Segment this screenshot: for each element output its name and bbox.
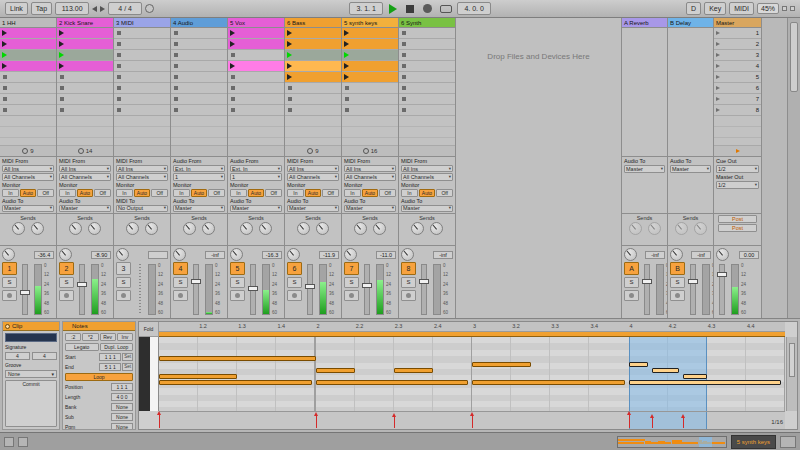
arm-button[interactable] bbox=[173, 290, 188, 301]
send-a-knob[interactable] bbox=[183, 222, 196, 235]
stop-all-clips-icon[interactable] bbox=[736, 149, 740, 153]
clip-slot-empty[interactable] bbox=[228, 50, 284, 61]
velocity-marker[interactable] bbox=[394, 417, 395, 428]
piano-keyboard[interactable] bbox=[139, 337, 159, 411]
output-select[interactable]: Master▾ bbox=[670, 165, 711, 173]
track-activator[interactable]: 3 bbox=[116, 262, 131, 275]
fader-handle[interactable] bbox=[717, 272, 727, 277]
midi-note[interactable] bbox=[472, 362, 531, 367]
pan-knob[interactable] bbox=[670, 248, 683, 261]
clip-stop-icon[interactable] bbox=[402, 97, 406, 101]
track-header[interactable]: 4 Audio bbox=[171, 18, 227, 28]
play-button[interactable] bbox=[389, 4, 397, 14]
clip-slot-empty[interactable] bbox=[171, 72, 227, 83]
clip-stop-icon[interactable] bbox=[3, 108, 7, 112]
arm-button[interactable] bbox=[401, 290, 416, 301]
stop-button[interactable] bbox=[406, 5, 414, 13]
groove-select[interactable]: None▾ bbox=[5, 370, 57, 378]
send-a-knob[interactable] bbox=[675, 222, 688, 235]
clip-launch-icon[interactable] bbox=[230, 30, 235, 36]
fader-handle[interactable] bbox=[20, 290, 30, 295]
device-drop-area[interactable]: Drop Files and Devices Here bbox=[456, 18, 622, 318]
clip-slot[interactable] bbox=[342, 28, 398, 39]
clip-launch-icon[interactable] bbox=[230, 63, 235, 69]
pre-post-toggle[interactable]: Post bbox=[718, 215, 757, 223]
clip-playing-icon[interactable] bbox=[287, 52, 292, 58]
fader-handle[interactable] bbox=[688, 279, 698, 284]
output-select[interactable]: Master▾ bbox=[344, 205, 396, 212]
clip-stop-icon[interactable] bbox=[402, 108, 406, 112]
volume-fader[interactable]: 01224364860 bbox=[76, 262, 111, 317]
input-type-select[interactable]: All Ins▾ bbox=[287, 165, 339, 172]
clip-launch-icon[interactable] bbox=[287, 63, 292, 69]
clip-slot-empty[interactable] bbox=[57, 94, 113, 105]
clip-slot-empty[interactable] bbox=[285, 94, 341, 105]
fader-handle[interactable] bbox=[305, 284, 315, 289]
clip-stop-icon[interactable] bbox=[231, 75, 235, 79]
clip-slot-empty[interactable] bbox=[171, 61, 227, 72]
note-grid[interactable] bbox=[159, 337, 785, 411]
volume-value[interactable]: -36.4 bbox=[34, 251, 54, 259]
clip-stop-icon[interactable] bbox=[174, 97, 178, 101]
clip-launch-icon[interactable] bbox=[59, 63, 64, 69]
link-button[interactable]: Link bbox=[5, 2, 28, 15]
clip-stop-icon[interactable] bbox=[117, 97, 121, 101]
fader-handle[interactable] bbox=[419, 279, 429, 284]
pan-knob[interactable] bbox=[59, 248, 72, 261]
send-b-knob[interactable] bbox=[145, 222, 158, 235]
return-track-header[interactable]: B Delay bbox=[668, 18, 713, 28]
clip-stop-icon[interactable] bbox=[60, 97, 64, 101]
midi-note[interactable] bbox=[159, 374, 237, 379]
clip-slot[interactable] bbox=[57, 61, 113, 72]
volume-value[interactable]: -inf bbox=[433, 251, 453, 259]
track-activator[interactable]: 8 bbox=[401, 262, 416, 275]
clip-slot-empty[interactable] bbox=[0, 105, 56, 116]
scene-launch-icon[interactable] bbox=[716, 64, 720, 68]
clip-stop-icon[interactable] bbox=[174, 53, 178, 57]
note-editor-scroll-thumb[interactable] bbox=[789, 343, 795, 377]
clip-slot[interactable] bbox=[342, 39, 398, 50]
solo-button[interactable]: S bbox=[624, 277, 639, 288]
pan-knob[interactable] bbox=[230, 248, 243, 261]
send-b-knob[interactable] bbox=[430, 222, 443, 235]
send-a-knob[interactable] bbox=[126, 222, 139, 235]
volume-fader[interactable]: 01224364860 bbox=[247, 262, 282, 317]
clip-slot-empty[interactable] bbox=[114, 105, 170, 116]
pan-knob[interactable] bbox=[173, 248, 186, 261]
reverse-button[interactable]: Rev bbox=[100, 333, 116, 341]
clip-stop-icon[interactable] bbox=[117, 53, 121, 57]
volume-fader[interactable]: 01224364860 bbox=[190, 262, 225, 317]
volume-fader[interactable]: 01224364860 bbox=[361, 262, 396, 317]
clip-box-header[interactable]: Clip bbox=[3, 322, 59, 331]
track-header[interactable]: 5 synth keys bbox=[342, 18, 398, 28]
scene-launch-icon[interactable] bbox=[716, 97, 720, 101]
velocity-lane[interactable] bbox=[159, 411, 785, 429]
scene-launch-icon[interactable] bbox=[716, 75, 720, 79]
master-out-select[interactable]: 1/2▾ bbox=[716, 181, 759, 189]
output-select[interactable]: Master▾ bbox=[59, 205, 111, 212]
loop-button[interactable] bbox=[440, 5, 452, 13]
nudge-up-icon[interactable] bbox=[100, 6, 105, 12]
tap-tempo-button[interactable]: Tap bbox=[31, 2, 52, 15]
velocity-marker[interactable] bbox=[316, 416, 317, 428]
signature-numerator[interactable]: 4 bbox=[5, 352, 30, 360]
clip-slot[interactable] bbox=[0, 39, 56, 50]
clip-slot-empty[interactable] bbox=[342, 83, 398, 94]
scene-launch-slot[interactable]: 3 bbox=[714, 50, 761, 61]
track-activator[interactable]: A bbox=[624, 262, 639, 275]
end-set-button[interactable]: Set bbox=[122, 363, 133, 371]
volume-fader[interactable]: 01224364860 bbox=[641, 262, 665, 317]
solo-button[interactable]: S bbox=[670, 277, 685, 288]
clip-slot-empty[interactable] bbox=[171, 28, 227, 39]
output-select[interactable]: Master▾ bbox=[230, 205, 282, 212]
solo-button[interactable]: S bbox=[230, 277, 245, 288]
time-signature-field[interactable]: 4 / 4 bbox=[108, 2, 142, 15]
halve-time-button[interactable]: :2 bbox=[65, 333, 81, 341]
master-track-header[interactable]: Master bbox=[714, 18, 761, 28]
scrollbar-thumb[interactable] bbox=[790, 22, 798, 92]
fader-handle[interactable] bbox=[248, 286, 258, 291]
clip-stop-icon[interactable] bbox=[3, 97, 7, 101]
midi-note[interactable] bbox=[316, 368, 355, 373]
clip-stop-icon[interactable] bbox=[402, 42, 406, 46]
clip-slot-empty[interactable] bbox=[114, 83, 170, 94]
